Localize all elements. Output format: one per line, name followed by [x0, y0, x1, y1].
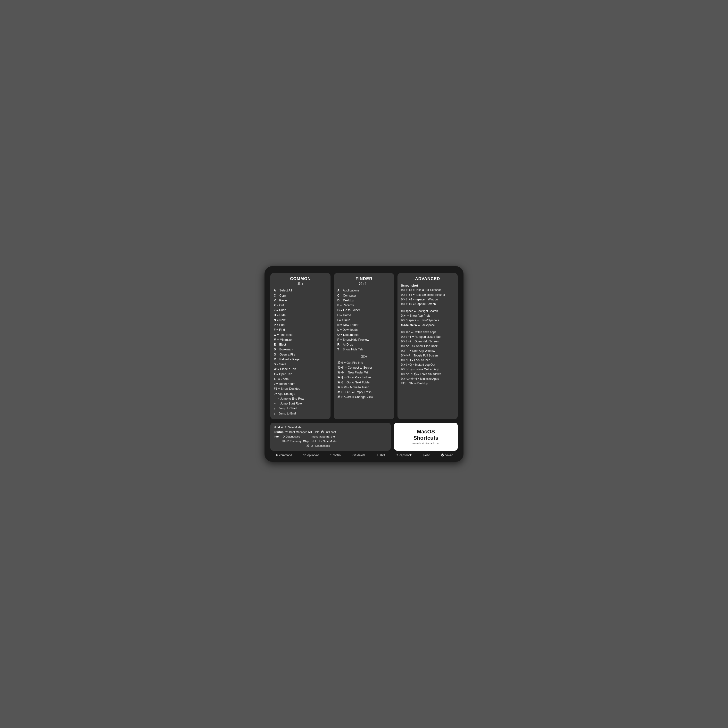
- finder-content-bottom: ⌘+I = Get File Info ⌘+K = Connect to Ser…: [337, 360, 391, 400]
- list-item: ⌘+^+Q = Lock Screen: [401, 358, 454, 362]
- list-item: H = Hide: [274, 313, 327, 318]
- logo-box: MacOSShortcuts www.shortcutwizard.com: [394, 423, 458, 451]
- list-item: P = Print: [274, 323, 327, 327]
- chip-diag: ⌘+D - Diagnostics: [274, 444, 330, 447]
- list-item: T = Show Hide Tab: [337, 347, 391, 352]
- list-item: ⌘+] = Go to Next Folder: [337, 380, 391, 385]
- list-item: F = Find: [274, 327, 327, 332]
- control-label: control: [332, 454, 341, 457]
- finder-sub: ⌘+⇧+: [337, 282, 391, 286]
- list-item: ⌘+^+space = Emoji/Symbols: [401, 318, 454, 323]
- list-item: I = iCloud: [337, 318, 391, 323]
- list-item: ⌘+⌥+M+H = Minimize Apps: [401, 376, 454, 381]
- list-item: X = Cut: [274, 303, 327, 308]
- legend-capslock: ⇪ caps lock: [396, 454, 411, 457]
- list-item: L = Downloads: [337, 327, 391, 332]
- delete-symbol: ⌫: [352, 454, 356, 457]
- list-item: ⌘+` = Next App Window: [401, 349, 454, 353]
- list-item: F = Recents: [337, 303, 391, 308]
- list-item: ⌘+[ = Go to Prev. Folder: [337, 375, 391, 380]
- top-section: COMMON ⌘ + A = Select All C = Copy V = P…: [270, 273, 458, 419]
- brand-url: www.shortcutwizard.com: [413, 442, 439, 445]
- shift-symbol: ⇧: [376, 454, 379, 457]
- list-item: G = Go to Folder: [337, 308, 391, 312]
- list-item: ⌘+⇧ +3 = Take a Full Scr.shot: [401, 288, 454, 292]
- list-item: ⌘+^+F = Toggle Full Screen: [401, 353, 454, 358]
- common-sub: ⌘ +: [274, 282, 327, 286]
- list-item: W = Close a Tab: [274, 367, 327, 372]
- list-item: ⌘+⌥+D = Show Hide Dock: [401, 344, 454, 349]
- list-item: ↓ = Jump to End: [274, 411, 327, 416]
- list-item: A = Select All: [274, 288, 327, 293]
- list-item: R = AirDrop: [337, 342, 391, 347]
- esc-label: esc: [425, 454, 430, 457]
- capslock-label: caps lock: [399, 454, 411, 457]
- list-item: ⌘+1/2/3/4 = Change View: [337, 395, 391, 399]
- list-item: ← = Jump Start Row: [274, 401, 327, 406]
- list-item: E = Eject: [274, 342, 327, 347]
- bottom-section: Hold at ⇧ Safe Mode Startup ⌥ Boot Manag…: [270, 423, 458, 451]
- legend-power: ⏻ power: [441, 454, 453, 457]
- legend-row: ⌘ command ⌥ option/alt ^ control ⌫ delet…: [270, 454, 458, 457]
- finder-content-top: A = Applications C = Computer D = Deskto…: [337, 288, 391, 352]
- startup-box: Hold at ⇧ Safe Mode Startup ⌥ Boot Manag…: [270, 423, 391, 451]
- power-symbol: ⏻: [441, 454, 444, 457]
- list-item: ⌘+I = Get File Info: [337, 360, 391, 365]
- list-item: T = Open Tab: [274, 372, 327, 376]
- list-item: ⌘+K = Connect to Server: [337, 365, 391, 370]
- intel-label: Intel: D Diagnostics menu appears, then: [274, 435, 336, 438]
- legend-shift: ⇧ shift: [376, 454, 385, 457]
- list-item: ⌘+space = Spotlight Search: [401, 309, 454, 314]
- screenshot-section: Screenshot ⌘+⇧ +3 = Take a Full Scr.shot…: [401, 284, 454, 306]
- list-item: O = Documents: [337, 332, 391, 337]
- advanced-header: ADVANCED: [401, 277, 454, 281]
- common-column: COMMON ⌘ + A = Select All C = Copy V = P…: [270, 273, 330, 419]
- list-item: ⌘+, = Show App Prefs: [401, 314, 454, 318]
- control-symbol: ^: [330, 454, 332, 457]
- list-item: ⌘+⇧+T = Re-open closed Tab: [401, 335, 454, 339]
- list-item: +/- = Zoom: [274, 376, 327, 381]
- esc-symbol: ⎋: [423, 454, 424, 457]
- capslock-symbol: ⇪: [396, 454, 398, 457]
- finder-divider: ⌘+: [337, 354, 391, 359]
- list-item: D = Bookmark: [274, 347, 327, 352]
- list-item: ⌘+⇧+⌫ = Empty Trash: [337, 390, 391, 395]
- list-item: ⌘+⌥+^+⏻ = Force Shutdown: [401, 372, 454, 376]
- legend-command: ⌘ command: [275, 454, 292, 457]
- option-label: option/alt: [307, 454, 320, 457]
- list-item: Z = Undo: [274, 308, 327, 312]
- list-item: ⌘+⇧+? = Open Help Screen: [401, 339, 454, 344]
- list-item: C = Copy: [274, 293, 327, 298]
- list-item: F3 = Show Desktop: [274, 386, 327, 391]
- list-item: fn+delete/⏏ = Backspace: [401, 323, 454, 327]
- list-item: G = Find Next: [274, 332, 327, 337]
- list-item: M = Minimize: [274, 337, 327, 342]
- hold-label: Hold at ⇧ Safe Mode: [274, 426, 301, 429]
- list-item: S = Save: [274, 362, 327, 367]
- shift-label: shift: [380, 454, 385, 457]
- list-item: D = Desktop: [337, 298, 391, 303]
- finder-column: FINDER ⌘+⇧+ A = Applications C = Compute…: [334, 273, 394, 419]
- misc-section: ⌘+space = Spotlight Search ⌘+, = Show Ap…: [401, 309, 454, 327]
- list-item: N = New Folder: [337, 323, 391, 327]
- list-item: ⌘+⇧+Q = Instant Log Out: [401, 362, 454, 367]
- command-label: command: [279, 454, 292, 457]
- startup-label: Startup ⌥ Boot Manager M1 Hold ⏻ until b…: [274, 430, 336, 433]
- screenshot-title: Screenshot: [401, 284, 454, 287]
- list-item: ⌘+⇧ +4 = Take Selected Scr.shot: [401, 293, 454, 297]
- list-item: C = Computer: [337, 293, 391, 298]
- legend-delete: ⌫ delete: [352, 454, 366, 457]
- shortcuts-card: COMMON ⌘ + A = Select All C = Copy V = P…: [265, 266, 463, 462]
- brand-name: MacOSShortcuts: [413, 428, 439, 441]
- advanced-column: ADVANCED Screenshot ⌘+⇧ +3 = Take a Full…: [398, 273, 458, 419]
- list-item: V = Paste: [274, 298, 327, 303]
- list-item: , = App Settings: [274, 392, 327, 396]
- shortcuts-section: ⌘+Tab = Switch btwn Apps ⌘+⇧+T = Re-open…: [401, 330, 454, 386]
- intel-recovery: ⌘+R Recovery Chip: Hold ⇧ - Safe Mode: [274, 440, 336, 443]
- list-item: H = Home: [337, 313, 391, 318]
- list-item: ⌘+Tab = Switch btwn Apps: [401, 330, 454, 335]
- list-item: ↑ = Jump to Start: [274, 406, 327, 411]
- option-symbol: ⌥: [303, 454, 306, 457]
- delete-label: delete: [358, 454, 366, 457]
- common-header: COMMON: [274, 277, 327, 281]
